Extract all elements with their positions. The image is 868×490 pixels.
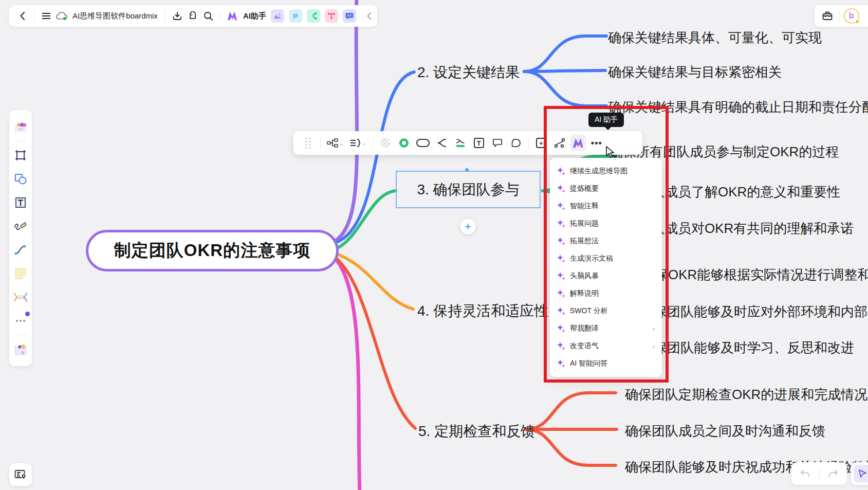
relation-icon — [554, 138, 565, 148]
frame-button[interactable] — [12, 147, 29, 164]
text-style-button[interactable]: T — [471, 135, 487, 151]
branch-node-3-label: 3. 确保团队参与 — [417, 180, 519, 199]
menu-item-smart-annotation[interactable]: 智能注释 — [550, 197, 662, 215]
comment-button[interactable] — [490, 135, 505, 151]
main-menu-button[interactable] — [39, 8, 54, 24]
branch-node-2[interactable]: 2. 设定关键结果 — [417, 63, 520, 82]
node-handle-dot[interactable] — [465, 168, 469, 172]
branch-color-button[interactable] — [453, 135, 468, 151]
more-icon: ••• — [591, 138, 602, 149]
back-button[interactable] — [14, 8, 30, 24]
menu-item-label: 改变语气 — [570, 341, 599, 351]
menu-item-continue-mindmap[interactable]: 继续生成思维导图 — [550, 162, 662, 180]
outline-button[interactable]: ⌄ — [348, 135, 367, 151]
ai-assistant-button[interactable] — [570, 135, 586, 151]
sticky-note-button[interactable] — [12, 265, 29, 282]
templates-button[interactable] — [12, 118, 29, 136]
plugin-flowchart-button[interactable] — [307, 9, 320, 23]
ai-assistant-topbar-button[interactable] — [225, 8, 240, 24]
menu-item-expand-questions[interactable]: 拓展问题 — [550, 215, 662, 232]
chat-icon — [345, 12, 354, 20]
menu-item-change-tone[interactable]: 改变语气 › — [550, 337, 662, 355]
search-icon — [204, 11, 213, 21]
top-right-toolbar: b — [815, 5, 868, 27]
fill-color-button[interactable] — [378, 135, 393, 151]
menu-item-summary[interactable]: 提炼概要 — [550, 180, 662, 197]
menu-item-explain[interactable]: 解释说明 — [550, 285, 662, 302]
save-to-button[interactable] — [170, 8, 185, 24]
add-child-button[interactable]: + — [460, 219, 476, 234]
avatar-letter: b — [849, 11, 854, 21]
child-node-4-1[interactable]: 确保OKR能够根据实际情况进行调整和优化 — [641, 266, 868, 284]
child-node-2-1[interactable]: 确保关键结果具体、可量化、可实现 — [608, 29, 822, 47]
sparkle-icon — [557, 324, 565, 333]
menu-item-swot[interactable]: SWOT 分析 — [550, 302, 662, 320]
back-icon — [20, 12, 25, 20]
structure-button[interactable]: ⌄ — [325, 135, 345, 151]
highlight-button[interactable] — [508, 135, 524, 151]
pen-button[interactable] — [12, 217, 29, 235]
plugin-git-branch-button[interactable] — [325, 9, 338, 23]
child-node-4-3[interactable]: 确保团队能够及时学习、反思和改进 — [640, 339, 854, 357]
redo-button[interactable] — [820, 469, 847, 478]
ai-assistant-topbar-label[interactable]: AI助手 — [243, 11, 266, 21]
menu-item-label: SWOT 分析 — [570, 306, 608, 316]
resource-box-button[interactable]: b — [12, 340, 29, 358]
board-title[interactable]: AI思维导图软件boardmix — [72, 11, 158, 21]
menu-item-translate[interactable]: 帮我翻译 › — [550, 320, 662, 337]
submenu-arrow-icon: › — [653, 325, 655, 333]
menu-item-brainstorm[interactable]: 头脑风暴 — [550, 267, 662, 285]
branch-node-3-selected[interactable]: 3. 确保团队参与 — [396, 171, 541, 208]
shapes-icon — [14, 173, 27, 185]
branch-node-5[interactable]: 5. 定期检查和反馈 — [418, 422, 535, 441]
presentation-icon: P — [293, 12, 298, 20]
divider — [165, 11, 165, 21]
mindmap-tool-icon — [13, 292, 28, 303]
menu-item-generate-slides[interactable]: 生成演示文稿 — [550, 250, 662, 267]
plugin-ai-image-button[interactable] — [271, 9, 284, 23]
relation-button[interactable] — [552, 135, 567, 151]
sticky-note-icon — [14, 267, 27, 280]
minimap-button[interactable] — [9, 463, 32, 486]
fill-none-icon — [381, 138, 390, 148]
add-node-button[interactable]: + — [533, 135, 549, 151]
undo-button[interactable] — [791, 469, 819, 478]
child-node-5-1[interactable]: 确保团队定期检查OKR的进展和完成情况 — [625, 386, 867, 404]
collapse-toolbar-button[interactable] — [361, 8, 377, 24]
menu-item-expand-ideas[interactable]: 拓展想法 — [550, 232, 662, 250]
mindmap-tool-button[interactable] — [12, 288, 29, 306]
redo-icon — [828, 469, 838, 478]
child-node-2-3[interactable]: 确保关键结果具有明确的截止日期和责任分配 — [608, 98, 868, 116]
shape-button[interactable] — [415, 135, 431, 151]
child-node-4-2[interactable]: 确保团队能够及时应对外部环境和内部变化 — [640, 303, 868, 321]
cloud-sync-button[interactable] — [54, 8, 69, 24]
divider — [14, 141, 27, 141]
pointer-tool-button[interactable] — [851, 462, 868, 485]
border-color-button[interactable] — [396, 135, 412, 151]
sparkle-icon — [557, 202, 565, 210]
search-button[interactable] — [200, 8, 216, 24]
menu-item-label: 帮我翻译 — [570, 324, 599, 333]
text-tool-button[interactable] — [12, 194, 29, 211]
menu-item-label: 头脑风暴 — [570, 271, 599, 281]
toolbar-drag-handle[interactable] — [300, 135, 316, 151]
shapes-button[interactable] — [12, 170, 29, 188]
connector-button[interactable] — [12, 241, 29, 259]
user-avatar[interactable]: b — [844, 8, 859, 24]
child-node-2-2[interactable]: 确保关键结果与目标紧密相关 — [608, 63, 782, 81]
pointer-tool-highlight — [854, 465, 868, 482]
submenu-arrow-icon: › — [653, 342, 655, 350]
plugin-presentation-button[interactable]: P — [289, 9, 302, 23]
mindmap-root-node[interactable]: 制定团队OKR的注意事项 — [86, 230, 339, 271]
menu-item-ai-qa[interactable]: AI 智能问答 — [550, 355, 662, 372]
more-tools-button[interactable] — [12, 312, 29, 330]
more-button[interactable]: ••• — [589, 135, 604, 151]
sparkle-icon — [557, 289, 565, 298]
tag-button[interactable] — [185, 8, 200, 24]
branch-style-button[interactable] — [434, 135, 450, 151]
menu-item-label: 拓展想法 — [570, 237, 599, 246]
plugin-chat-button[interactable] — [343, 9, 356, 23]
child-node-5-2[interactable]: 确保团队成员之间及时沟通和反馈 — [625, 422, 825, 440]
workspace-button[interactable] — [820, 8, 835, 24]
branch-node-4[interactable]: 4. 保持灵活和适应性 — [417, 301, 548, 321]
